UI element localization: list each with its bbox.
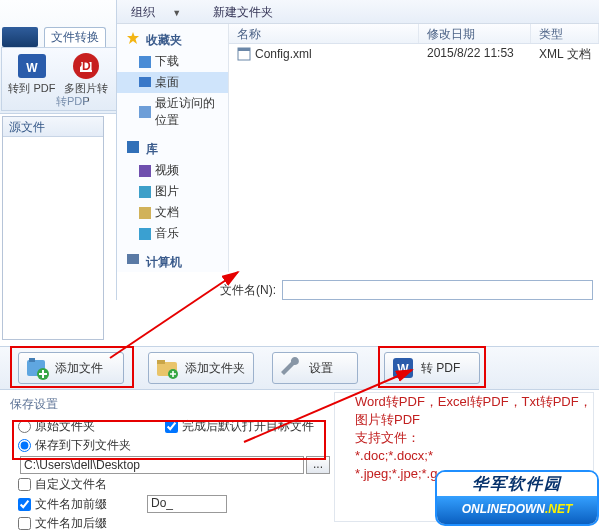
svg-rect-11	[139, 207, 151, 219]
svg-text:W: W	[26, 61, 38, 75]
convert-pdf-button[interactable]: W 转 PDF	[384, 352, 480, 384]
svg-rect-5	[139, 56, 151, 68]
toolbar-organize[interactable]: 组织 ▼	[131, 0, 195, 25]
video-icon	[139, 165, 151, 177]
radio-save-to-folder[interactable]	[18, 439, 31, 452]
library-icon	[127, 141, 139, 153]
toolbar-newfolder[interactable]: 新建文件夹	[213, 0, 273, 24]
checkbox-custom-name[interactable]	[18, 478, 31, 491]
file-dialog: 组织 ▼ 新建文件夹 收藏夹 下载 桌面 最近访问的位置 库 视频 图片 文档 …	[116, 0, 599, 300]
nav-desktop[interactable]: 桌面	[117, 72, 228, 93]
source-file-list[interactable]	[3, 137, 103, 337]
doc-icon	[139, 207, 151, 219]
path-input[interactable]: C:\Users\dell\Desktop	[20, 456, 304, 474]
settings-label: 设置	[309, 360, 333, 377]
chevron-down-icon: ▼	[172, 1, 181, 25]
add-file-button[interactable]: 添加文件	[18, 352, 124, 384]
nav-downloads[interactable]: 下载	[117, 51, 228, 72]
prefix-input[interactable]: Do_	[147, 495, 227, 513]
svg-rect-13	[127, 254, 139, 264]
computer-icon	[127, 254, 139, 266]
add-file-label: 添加文件	[55, 360, 103, 377]
svg-rect-6	[139, 77, 151, 87]
music-icon	[139, 228, 151, 240]
svg-rect-23	[157, 360, 165, 364]
nav-favorites[interactable]: 收藏夹	[117, 28, 228, 51]
svg-text:PDF: PDF	[74, 59, 98, 73]
col-type[interactable]: 类型	[531, 24, 599, 43]
wrench-icon	[279, 356, 303, 380]
checkbox-suffix[interactable]	[18, 517, 31, 530]
file-date: 2015/8/22 11:53	[419, 44, 531, 64]
watermark-en: ONLINEDOWN.NET	[437, 496, 597, 524]
col-date[interactable]: 修改日期	[419, 24, 531, 43]
label-save-to-folder: 保存到下列文件夹	[35, 437, 131, 454]
svg-rect-20	[29, 358, 35, 362]
browse-button[interactable]: ...	[306, 456, 330, 474]
dialog-body: 收藏夹 下载 桌面 最近访问的位置 库 视频 图片 文档 音乐 计算机 本地磁盘…	[117, 24, 599, 272]
nav-recent[interactable]: 最近访问的位置	[117, 93, 228, 131]
download-icon	[139, 56, 151, 68]
info-line4: *.doc;*.docx;*	[339, 447, 593, 465]
checkbox-prefix[interactable]	[18, 498, 31, 511]
label-open-after: 完成后默认打开目标文件	[182, 418, 314, 435]
info-line1: Word转PDF，Excel转PDF，Txt转PDF，	[339, 393, 593, 411]
file-name: Config.xml	[255, 47, 312, 61]
star-icon	[127, 32, 139, 44]
file-list-header: 名称 修改日期 类型	[229, 24, 599, 44]
add-folder-icon	[155, 356, 179, 380]
svg-rect-9	[139, 165, 151, 177]
file-type: XML 文档	[531, 44, 599, 64]
filename-row: 文件名(N):	[116, 278, 599, 302]
ribbon-group-label: 转PDF	[56, 94, 89, 109]
col-name[interactable]: 名称	[229, 24, 419, 43]
filename-input[interactable]	[282, 280, 593, 300]
word-doc-icon: W	[391, 356, 415, 380]
ribbon-tab-file[interactable]	[2, 27, 38, 47]
svg-rect-7	[139, 106, 151, 118]
svg-text:W: W	[397, 362, 409, 376]
info-line3: 支持文件：	[339, 429, 593, 447]
convert-pdf-label: 转 PDF	[421, 360, 460, 377]
nav-computer[interactable]: 计算机	[117, 250, 228, 272]
svg-rect-18	[238, 48, 250, 51]
label-prefix: 文件名加前缀	[35, 496, 107, 513]
nav-music[interactable]: 音乐	[117, 223, 228, 244]
recent-icon	[139, 106, 151, 118]
source-file-panel: 源文件	[2, 116, 104, 340]
add-folder-label: 添加文件夹	[185, 360, 245, 377]
nav-library[interactable]: 库	[117, 137, 228, 160]
ribbon-tab-convert[interactable]: 文件转换	[44, 27, 106, 47]
svg-rect-10	[139, 186, 151, 198]
word-icon: W	[16, 52, 48, 80]
desktop-icon	[139, 77, 151, 89]
action-bar: 添加文件 添加文件夹 设置 W 转 PDF	[0, 346, 599, 390]
svg-marker-4	[127, 32, 139, 44]
label-original-folder: 原始文件夹	[35, 418, 95, 435]
watermark: 华军软件园 ONLINEDOWN.NET	[435, 470, 599, 526]
svg-rect-12	[139, 228, 151, 240]
nav-pictures[interactable]: 图片	[117, 181, 228, 202]
label-custom-name: 自定义文件名	[35, 476, 107, 493]
label-suffix: 文件名加后缀	[35, 515, 107, 530]
settings-button[interactable]: 设置	[272, 352, 358, 384]
to-pdf-label: 转到 PDF	[8, 82, 56, 95]
nav-video[interactable]: 视频	[117, 160, 228, 181]
file-list[interactable]: 名称 修改日期 类型 Config.xml 2015/8/22 11:53 XM…	[229, 24, 599, 272]
info-line2: 图片转PDF	[339, 411, 593, 429]
to-pdf-button[interactable]: W 转到 PDF	[8, 52, 56, 95]
nav-tree[interactable]: 收藏夹 下载 桌面 最近访问的位置 库 视频 图片 文档 音乐 计算机 本地磁盘…	[117, 24, 229, 272]
add-file-icon	[25, 356, 49, 380]
radio-original-folder[interactable]	[18, 420, 31, 433]
filename-label: 文件名(N):	[116, 282, 282, 299]
watermark-cn: 华军软件园	[437, 472, 597, 496]
nav-docs[interactable]: 文档	[117, 202, 228, 223]
checkbox-open-after[interactable]	[165, 420, 178, 433]
source-file-title: 源文件	[3, 117, 103, 137]
dialog-toolbar: 组织 ▼ 新建文件夹	[117, 0, 599, 24]
pdf-icon: PDF	[70, 52, 102, 80]
picture-icon	[139, 186, 151, 198]
add-folder-button[interactable]: 添加文件夹	[148, 352, 254, 384]
xml-file-icon	[237, 47, 251, 61]
file-row[interactable]: Config.xml 2015/8/22 11:53 XML 文档	[229, 44, 599, 64]
